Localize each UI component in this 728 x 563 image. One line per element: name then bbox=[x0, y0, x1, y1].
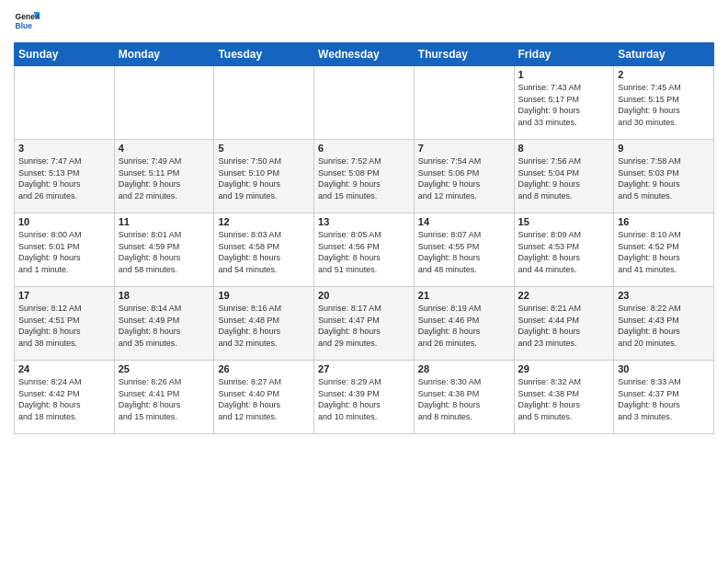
day-info: Sunrise: 8:00 AM Sunset: 5:01 PM Dayligh… bbox=[18, 229, 110, 275]
day-number: 14 bbox=[418, 216, 510, 227]
day-info: Sunrise: 7:58 AM Sunset: 5:03 PM Dayligh… bbox=[618, 155, 710, 201]
calendar-cell: 10Sunrise: 8:00 AM Sunset: 5:01 PM Dayli… bbox=[15, 213, 115, 287]
day-number: 4 bbox=[119, 143, 210, 154]
day-number: 24 bbox=[18, 363, 110, 374]
calendar-cell: 30Sunrise: 8:33 AM Sunset: 4:37 PM Dayli… bbox=[614, 361, 714, 434]
calendar-cell: 28Sunrise: 8:30 AM Sunset: 4:38 PM Dayli… bbox=[414, 361, 514, 434]
calendar-cell: 21Sunrise: 8:19 AM Sunset: 4:46 PM Dayli… bbox=[414, 287, 514, 361]
day-number: 19 bbox=[218, 290, 310, 301]
calendar-cell: 6Sunrise: 7:52 AM Sunset: 5:08 PM Daylig… bbox=[314, 140, 415, 213]
week-row-2: 3Sunrise: 7:47 AM Sunset: 5:13 PM Daylig… bbox=[15, 140, 714, 213]
weekday-header-saturday: Saturday bbox=[614, 43, 714, 66]
day-number: 29 bbox=[518, 363, 610, 374]
day-number: 17 bbox=[18, 290, 110, 301]
calendar-cell: 25Sunrise: 8:26 AM Sunset: 4:41 PM Dayli… bbox=[114, 361, 214, 434]
day-number: 3 bbox=[18, 143, 110, 154]
calendar-cell: 5Sunrise: 7:50 AM Sunset: 5:10 PM Daylig… bbox=[214, 140, 314, 213]
weekday-header-tuesday: Tuesday bbox=[214, 43, 314, 66]
day-number: 22 bbox=[518, 290, 610, 301]
day-info: Sunrise: 8:07 AM Sunset: 4:55 PM Dayligh… bbox=[418, 229, 510, 275]
calendar-cell: 9Sunrise: 7:58 AM Sunset: 5:03 PM Daylig… bbox=[614, 140, 714, 213]
day-number: 28 bbox=[418, 363, 510, 374]
day-info: Sunrise: 8:33 AM Sunset: 4:37 PM Dayligh… bbox=[618, 376, 710, 422]
day-number: 8 bbox=[518, 143, 610, 154]
day-number: 30 bbox=[618, 363, 710, 374]
day-info: Sunrise: 7:43 AM Sunset: 5:17 PM Dayligh… bbox=[518, 82, 610, 128]
calendar-cell bbox=[414, 66, 514, 140]
calendar-cell: 24Sunrise: 8:24 AM Sunset: 4:42 PM Dayli… bbox=[15, 361, 115, 434]
calendar-cell bbox=[314, 66, 415, 140]
day-info: Sunrise: 8:12 AM Sunset: 4:51 PM Dayligh… bbox=[18, 303, 110, 349]
day-info: Sunrise: 8:05 AM Sunset: 4:56 PM Dayligh… bbox=[318, 229, 410, 275]
page-header: General Blue bbox=[14, 9, 714, 35]
day-info: Sunrise: 8:22 AM Sunset: 4:43 PM Dayligh… bbox=[618, 303, 710, 349]
day-number: 10 bbox=[18, 216, 110, 227]
day-info: Sunrise: 8:26 AM Sunset: 4:41 PM Dayligh… bbox=[119, 376, 210, 422]
calendar-cell: 26Sunrise: 8:27 AM Sunset: 4:40 PM Dayli… bbox=[214, 361, 314, 434]
day-number: 27 bbox=[318, 363, 410, 374]
day-number: 11 bbox=[119, 216, 210, 227]
calendar-cell: 13Sunrise: 8:05 AM Sunset: 4:56 PM Dayli… bbox=[314, 213, 415, 287]
day-number: 18 bbox=[119, 290, 210, 301]
calendar-cell: 27Sunrise: 8:29 AM Sunset: 4:39 PM Dayli… bbox=[314, 361, 415, 434]
calendar-cell: 16Sunrise: 8:10 AM Sunset: 4:52 PM Dayli… bbox=[614, 213, 714, 287]
calendar-cell: 15Sunrise: 8:09 AM Sunset: 4:53 PM Dayli… bbox=[514, 213, 614, 287]
day-number: 2 bbox=[618, 69, 710, 80]
day-info: Sunrise: 7:52 AM Sunset: 5:08 PM Dayligh… bbox=[318, 155, 410, 201]
day-number: 9 bbox=[618, 143, 710, 154]
week-row-4: 17Sunrise: 8:12 AM Sunset: 4:51 PM Dayli… bbox=[15, 287, 714, 361]
day-number: 16 bbox=[618, 216, 710, 227]
day-number: 5 bbox=[218, 143, 310, 154]
week-row-1: 1Sunrise: 7:43 AM Sunset: 5:17 PM Daylig… bbox=[15, 66, 714, 140]
weekday-header-thursday: Thursday bbox=[414, 43, 514, 66]
day-info: Sunrise: 8:01 AM Sunset: 4:59 PM Dayligh… bbox=[119, 229, 210, 275]
calendar-cell: 3Sunrise: 7:47 AM Sunset: 5:13 PM Daylig… bbox=[15, 140, 115, 213]
day-info: Sunrise: 8:32 AM Sunset: 4:38 PM Dayligh… bbox=[518, 376, 610, 422]
calendar-cell: 18Sunrise: 8:14 AM Sunset: 4:49 PM Dayli… bbox=[114, 287, 214, 361]
day-info: Sunrise: 7:54 AM Sunset: 5:06 PM Dayligh… bbox=[418, 155, 510, 201]
day-info: Sunrise: 7:45 AM Sunset: 5:15 PM Dayligh… bbox=[618, 82, 710, 128]
day-number: 13 bbox=[318, 216, 410, 227]
calendar-cell: 12Sunrise: 8:03 AM Sunset: 4:58 PM Dayli… bbox=[214, 213, 314, 287]
day-info: Sunrise: 8:10 AM Sunset: 4:52 PM Dayligh… bbox=[618, 229, 710, 275]
calendar-cell: 20Sunrise: 8:17 AM Sunset: 4:47 PM Dayli… bbox=[314, 287, 415, 361]
logo-icon: General Blue bbox=[14, 9, 40, 35]
day-number: 25 bbox=[119, 363, 210, 374]
weekday-header-row: SundayMondayTuesdayWednesdayThursdayFrid… bbox=[15, 43, 714, 66]
weekday-header-wednesday: Wednesday bbox=[314, 43, 415, 66]
day-info: Sunrise: 8:24 AM Sunset: 4:42 PM Dayligh… bbox=[18, 376, 110, 422]
day-number: 26 bbox=[218, 363, 310, 374]
calendar-cell: 4Sunrise: 7:49 AM Sunset: 5:11 PM Daylig… bbox=[114, 140, 214, 213]
calendar-cell: 8Sunrise: 7:56 AM Sunset: 5:04 PM Daylig… bbox=[514, 140, 614, 213]
logo: General Blue bbox=[14, 9, 40, 35]
day-info: Sunrise: 8:21 AM Sunset: 4:44 PM Dayligh… bbox=[518, 303, 610, 349]
day-number: 20 bbox=[318, 290, 410, 301]
day-number: 12 bbox=[218, 216, 310, 227]
calendar-cell: 19Sunrise: 8:16 AM Sunset: 4:48 PM Dayli… bbox=[214, 287, 314, 361]
day-info: Sunrise: 8:27 AM Sunset: 4:40 PM Dayligh… bbox=[218, 376, 310, 422]
calendar-cell: 22Sunrise: 8:21 AM Sunset: 4:44 PM Dayli… bbox=[514, 287, 614, 361]
calendar-cell bbox=[114, 66, 214, 140]
day-info: Sunrise: 8:29 AM Sunset: 4:39 PM Dayligh… bbox=[318, 376, 410, 422]
day-info: Sunrise: 7:49 AM Sunset: 5:11 PM Dayligh… bbox=[119, 155, 210, 201]
day-info: Sunrise: 7:56 AM Sunset: 5:04 PM Dayligh… bbox=[518, 155, 610, 201]
calendar-body: 1Sunrise: 7:43 AM Sunset: 5:17 PM Daylig… bbox=[15, 66, 714, 434]
day-info: Sunrise: 8:14 AM Sunset: 4:49 PM Dayligh… bbox=[119, 303, 210, 349]
week-row-5: 24Sunrise: 8:24 AM Sunset: 4:42 PM Dayli… bbox=[15, 361, 714, 434]
calendar-cell: 2Sunrise: 7:45 AM Sunset: 5:15 PM Daylig… bbox=[614, 66, 714, 140]
calendar-cell: 29Sunrise: 8:32 AM Sunset: 4:38 PM Dayli… bbox=[514, 361, 614, 434]
calendar-cell: 23Sunrise: 8:22 AM Sunset: 4:43 PM Dayli… bbox=[614, 287, 714, 361]
day-info: Sunrise: 8:16 AM Sunset: 4:48 PM Dayligh… bbox=[218, 303, 310, 349]
calendar-cell: 17Sunrise: 8:12 AM Sunset: 4:51 PM Dayli… bbox=[15, 287, 115, 361]
day-info: Sunrise: 8:30 AM Sunset: 4:38 PM Dayligh… bbox=[418, 376, 510, 422]
day-info: Sunrise: 7:50 AM Sunset: 5:10 PM Dayligh… bbox=[218, 155, 310, 201]
weekday-header-friday: Friday bbox=[514, 43, 614, 66]
svg-text:Blue: Blue bbox=[16, 21, 33, 30]
weekday-header-sunday: Sunday bbox=[15, 43, 115, 66]
calendar-table: SundayMondayTuesdayWednesdayThursdayFrid… bbox=[14, 42, 714, 434]
day-number: 6 bbox=[318, 143, 410, 154]
week-row-3: 10Sunrise: 8:00 AM Sunset: 5:01 PM Dayli… bbox=[15, 213, 714, 287]
day-info: Sunrise: 7:47 AM Sunset: 5:13 PM Dayligh… bbox=[18, 155, 110, 201]
calendar-cell: 7Sunrise: 7:54 AM Sunset: 5:06 PM Daylig… bbox=[414, 140, 514, 213]
calendar-cell: 1Sunrise: 7:43 AM Sunset: 5:17 PM Daylig… bbox=[514, 66, 614, 140]
